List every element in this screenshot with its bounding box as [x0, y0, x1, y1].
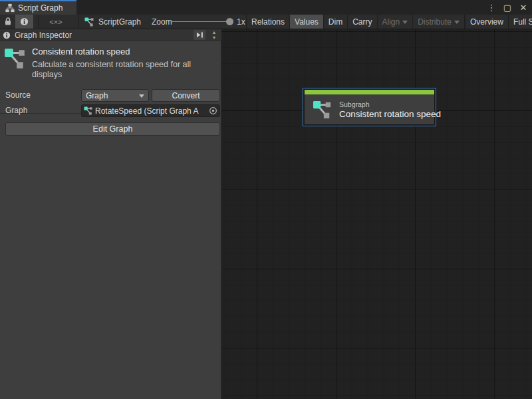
graph-title: Consistent rotation speed: [32, 47, 130, 57]
toolbar-button-align[interactable]: Align: [377, 15, 413, 29]
convert-button[interactable]: Convert: [152, 89, 220, 102]
chevron-down-icon: [402, 21, 408, 24]
dock-panel-icon[interactable]: [194, 30, 205, 40]
subgraph-node[interactable]: Subgraph Consistent rotation speed: [303, 88, 436, 126]
source-dropdown[interactable]: Graph: [81, 89, 149, 102]
lock-icon[interactable]: [4, 15, 12, 29]
toolbar-button-distribute[interactable]: Distribute: [412, 15, 464, 29]
node-header-bar: [305, 90, 434, 94]
scroll-up-icon[interactable]: ▲: [209, 29, 219, 35]
graph-field-label: Graph: [5, 106, 27, 115]
toolbar-button-fullscreen[interactable]: Full Screen: [508, 15, 532, 29]
panel-scrollbar: ▲ ▼: [209, 29, 219, 41]
breadcrumb-label: ScriptGraph: [98, 17, 141, 27]
inspector-toggle-button[interactable]: [15, 15, 33, 29]
graph-mini-icon: [84, 17, 94, 27]
window-close-icon[interactable]: ✕: [517, 1, 529, 13]
graph-object-value: RotateSpeed (Script Graph A: [95, 106, 206, 116]
graph-toolbar: <×> ScriptGraph Zoom 1x Relations Values…: [0, 15, 532, 29]
source-label: Source: [5, 90, 31, 100]
info-icon: [3, 31, 11, 39]
graph-field-row: Graph RotateSpeed (Script Graph A: [0, 104, 221, 117]
edit-graph-button[interactable]: Edit Graph: [5, 122, 220, 136]
zoom-slider-knob[interactable]: [226, 18, 233, 25]
window-tab-bar: Script Graph ⋮ ▢ ✕: [0, 0, 532, 15]
graph-summary-section: Consistent rotation speed Calculate a co…: [0, 42, 221, 114]
chevron-down-icon: [454, 21, 460, 24]
zoom-slider-track[interactable]: [172, 21, 231, 22]
toolbar-button-dim[interactable]: Dim: [323, 15, 347, 29]
node-kind: Subgraph: [339, 100, 441, 108]
toolbar-button-overview[interactable]: Overview: [465, 15, 508, 29]
graph-mini-icon: [84, 106, 93, 115]
inspector-title: Graph Inspector: [15, 31, 190, 40]
zoom-label: Zoom: [152, 15, 172, 29]
scroll-down-icon[interactable]: ▼: [209, 35, 219, 41]
object-picker-icon[interactable]: [208, 106, 218, 116]
graph-canvas[interactable]: Subgraph Consistent rotation speed: [221, 29, 532, 399]
inspector-header: Graph Inspector ▲ ▼: [0, 29, 221, 41]
info-icon: [20, 17, 29, 26]
toolbar-button-relations[interactable]: Relations: [246, 15, 289, 29]
tab-script-graph[interactable]: Script Graph: [0, 0, 76, 15]
hierarchy-icon: [5, 3, 15, 13]
graph-object-field[interactable]: RotateSpeed (Script Graph A: [81, 104, 220, 117]
zoom-value: 1x: [237, 15, 245, 29]
toolbar-button-carry[interactable]: Carry: [347, 15, 376, 29]
graph-inspector-panel: Graph Inspector ▲ ▼ Consistent rotation …: [0, 29, 221, 399]
window-maximize-icon[interactable]: ▢: [501, 1, 513, 13]
tab-label: Script Graph: [18, 3, 63, 13]
code-view-icon[interactable]: <×>: [44, 15, 68, 29]
graph-description: Calculate a consistent rotation speed fo…: [32, 60, 213, 80]
chevron-down-icon: [139, 94, 144, 98]
breadcrumb[interactable]: ScriptGraph: [84, 15, 141, 29]
toolbar-button-values[interactable]: Values: [289, 15, 323, 29]
source-field-row: Source Graph Convert: [0, 88, 221, 102]
graph-icon: [4, 48, 27, 69]
node-title: Consistent rotation speed: [339, 109, 441, 119]
window-menu-icon[interactable]: ⋮: [485, 1, 497, 13]
graph-icon: [313, 100, 332, 119]
